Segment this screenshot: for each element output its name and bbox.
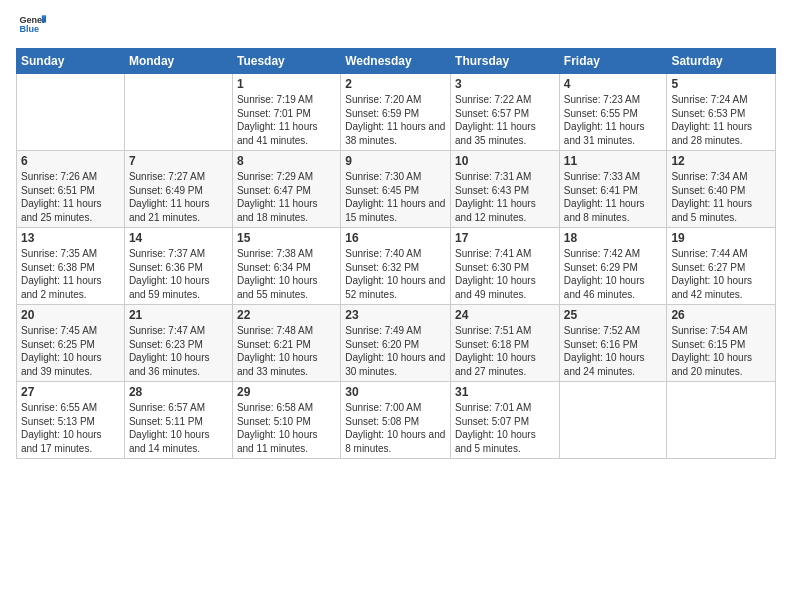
calendar-cell: 11Sunrise: 7:33 AM Sunset: 6:41 PM Dayli… — [559, 151, 667, 228]
day-number: 27 — [21, 385, 120, 399]
header: General Blue — [16, 10, 776, 42]
calendar-week-1: 1Sunrise: 7:19 AM Sunset: 7:01 PM Daylig… — [17, 74, 776, 151]
day-number: 3 — [455, 77, 555, 91]
day-info: Sunrise: 7:49 AM Sunset: 6:20 PM Dayligh… — [345, 324, 446, 378]
calendar-cell: 12Sunrise: 7:34 AM Sunset: 6:40 PM Dayli… — [667, 151, 776, 228]
calendar-cell: 27Sunrise: 6:55 AM Sunset: 5:13 PM Dayli… — [17, 382, 125, 459]
day-number: 22 — [237, 308, 336, 322]
day-number: 11 — [564, 154, 663, 168]
day-info: Sunrise: 7:31 AM Sunset: 6:43 PM Dayligh… — [455, 170, 555, 224]
calendar-cell: 9Sunrise: 7:30 AM Sunset: 6:45 PM Daylig… — [341, 151, 451, 228]
day-info: Sunrise: 7:33 AM Sunset: 6:41 PM Dayligh… — [564, 170, 663, 224]
day-number: 19 — [671, 231, 771, 245]
calendar-cell: 4Sunrise: 7:23 AM Sunset: 6:55 PM Daylig… — [559, 74, 667, 151]
day-info: Sunrise: 7:52 AM Sunset: 6:16 PM Dayligh… — [564, 324, 663, 378]
day-number: 28 — [129, 385, 228, 399]
calendar-cell: 25Sunrise: 7:52 AM Sunset: 6:16 PM Dayli… — [559, 305, 667, 382]
day-info: Sunrise: 7:24 AM Sunset: 6:53 PM Dayligh… — [671, 93, 771, 147]
day-number: 6 — [21, 154, 120, 168]
day-info: Sunrise: 7:22 AM Sunset: 6:57 PM Dayligh… — [455, 93, 555, 147]
logo-icon: General Blue — [18, 10, 46, 38]
calendar-cell: 31Sunrise: 7:01 AM Sunset: 5:07 PM Dayli… — [451, 382, 560, 459]
calendar-cell: 7Sunrise: 7:27 AM Sunset: 6:49 PM Daylig… — [124, 151, 232, 228]
calendar-cell: 29Sunrise: 6:58 AM Sunset: 5:10 PM Dayli… — [232, 382, 340, 459]
calendar-week-4: 20Sunrise: 7:45 AM Sunset: 6:25 PM Dayli… — [17, 305, 776, 382]
day-info: Sunrise: 7:30 AM Sunset: 6:45 PM Dayligh… — [345, 170, 446, 224]
calendar-header-friday: Friday — [559, 49, 667, 74]
calendar-cell — [124, 74, 232, 151]
day-info: Sunrise: 7:20 AM Sunset: 6:59 PM Dayligh… — [345, 93, 446, 147]
day-info: Sunrise: 7:26 AM Sunset: 6:51 PM Dayligh… — [21, 170, 120, 224]
day-number: 2 — [345, 77, 446, 91]
calendar-cell — [559, 382, 667, 459]
calendar-body: 1Sunrise: 7:19 AM Sunset: 7:01 PM Daylig… — [17, 74, 776, 459]
calendar-cell: 19Sunrise: 7:44 AM Sunset: 6:27 PM Dayli… — [667, 228, 776, 305]
day-number: 5 — [671, 77, 771, 91]
day-number: 8 — [237, 154, 336, 168]
day-info: Sunrise: 7:19 AM Sunset: 7:01 PM Dayligh… — [237, 93, 336, 147]
calendar-week-3: 13Sunrise: 7:35 AM Sunset: 6:38 PM Dayli… — [17, 228, 776, 305]
day-number: 9 — [345, 154, 446, 168]
day-number: 23 — [345, 308, 446, 322]
day-number: 14 — [129, 231, 228, 245]
calendar-week-2: 6Sunrise: 7:26 AM Sunset: 6:51 PM Daylig… — [17, 151, 776, 228]
day-info: Sunrise: 7:23 AM Sunset: 6:55 PM Dayligh… — [564, 93, 663, 147]
calendar-cell: 1Sunrise: 7:19 AM Sunset: 7:01 PM Daylig… — [232, 74, 340, 151]
day-info: Sunrise: 7:45 AM Sunset: 6:25 PM Dayligh… — [21, 324, 120, 378]
day-info: Sunrise: 7:44 AM Sunset: 6:27 PM Dayligh… — [671, 247, 771, 301]
day-number: 4 — [564, 77, 663, 91]
svg-text:Blue: Blue — [19, 24, 39, 34]
calendar-header-tuesday: Tuesday — [232, 49, 340, 74]
day-info: Sunrise: 7:54 AM Sunset: 6:15 PM Dayligh… — [671, 324, 771, 378]
calendar-cell: 17Sunrise: 7:41 AM Sunset: 6:30 PM Dayli… — [451, 228, 560, 305]
day-number: 12 — [671, 154, 771, 168]
calendar-table: SundayMondayTuesdayWednesdayThursdayFrid… — [16, 48, 776, 459]
day-info: Sunrise: 7:48 AM Sunset: 6:21 PM Dayligh… — [237, 324, 336, 378]
day-number: 17 — [455, 231, 555, 245]
calendar-cell: 22Sunrise: 7:48 AM Sunset: 6:21 PM Dayli… — [232, 305, 340, 382]
logo: General Blue — [16, 10, 46, 42]
day-info: Sunrise: 7:29 AM Sunset: 6:47 PM Dayligh… — [237, 170, 336, 224]
day-info: Sunrise: 7:42 AM Sunset: 6:29 PM Dayligh… — [564, 247, 663, 301]
day-info: Sunrise: 6:55 AM Sunset: 5:13 PM Dayligh… — [21, 401, 120, 455]
day-number: 29 — [237, 385, 336, 399]
day-info: Sunrise: 6:58 AM Sunset: 5:10 PM Dayligh… — [237, 401, 336, 455]
calendar-header-wednesday: Wednesday — [341, 49, 451, 74]
day-info: Sunrise: 7:01 AM Sunset: 5:07 PM Dayligh… — [455, 401, 555, 455]
page: General Blue SundayMondayTuesdayWednesda… — [0, 0, 792, 612]
calendar-cell: 2Sunrise: 7:20 AM Sunset: 6:59 PM Daylig… — [341, 74, 451, 151]
calendar-header-thursday: Thursday — [451, 49, 560, 74]
day-number: 16 — [345, 231, 446, 245]
calendar-cell: 21Sunrise: 7:47 AM Sunset: 6:23 PM Dayli… — [124, 305, 232, 382]
calendar-cell: 14Sunrise: 7:37 AM Sunset: 6:36 PM Dayli… — [124, 228, 232, 305]
day-number: 25 — [564, 308, 663, 322]
day-number: 31 — [455, 385, 555, 399]
calendar-cell: 24Sunrise: 7:51 AM Sunset: 6:18 PM Dayli… — [451, 305, 560, 382]
calendar-header-saturday: Saturday — [667, 49, 776, 74]
day-number: 24 — [455, 308, 555, 322]
calendar-cell: 15Sunrise: 7:38 AM Sunset: 6:34 PM Dayli… — [232, 228, 340, 305]
day-number: 30 — [345, 385, 446, 399]
day-info: Sunrise: 7:37 AM Sunset: 6:36 PM Dayligh… — [129, 247, 228, 301]
calendar-cell: 23Sunrise: 7:49 AM Sunset: 6:20 PM Dayli… — [341, 305, 451, 382]
calendar-header-monday: Monday — [124, 49, 232, 74]
day-info: Sunrise: 7:47 AM Sunset: 6:23 PM Dayligh… — [129, 324, 228, 378]
day-number: 21 — [129, 308, 228, 322]
day-info: Sunrise: 7:41 AM Sunset: 6:30 PM Dayligh… — [455, 247, 555, 301]
day-info: Sunrise: 7:38 AM Sunset: 6:34 PM Dayligh… — [237, 247, 336, 301]
calendar-header-row: SundayMondayTuesdayWednesdayThursdayFrid… — [17, 49, 776, 74]
day-number: 20 — [21, 308, 120, 322]
day-number: 10 — [455, 154, 555, 168]
calendar-cell: 30Sunrise: 7:00 AM Sunset: 5:08 PM Dayli… — [341, 382, 451, 459]
calendar-cell: 3Sunrise: 7:22 AM Sunset: 6:57 PM Daylig… — [451, 74, 560, 151]
day-info: Sunrise: 7:40 AM Sunset: 6:32 PM Dayligh… — [345, 247, 446, 301]
calendar-cell: 28Sunrise: 6:57 AM Sunset: 5:11 PM Dayli… — [124, 382, 232, 459]
calendar-cell: 5Sunrise: 7:24 AM Sunset: 6:53 PM Daylig… — [667, 74, 776, 151]
day-info: Sunrise: 7:27 AM Sunset: 6:49 PM Dayligh… — [129, 170, 228, 224]
calendar-cell — [17, 74, 125, 151]
day-number: 1 — [237, 77, 336, 91]
day-number: 26 — [671, 308, 771, 322]
calendar-week-5: 27Sunrise: 6:55 AM Sunset: 5:13 PM Dayli… — [17, 382, 776, 459]
day-info: Sunrise: 6:57 AM Sunset: 5:11 PM Dayligh… — [129, 401, 228, 455]
day-number: 7 — [129, 154, 228, 168]
